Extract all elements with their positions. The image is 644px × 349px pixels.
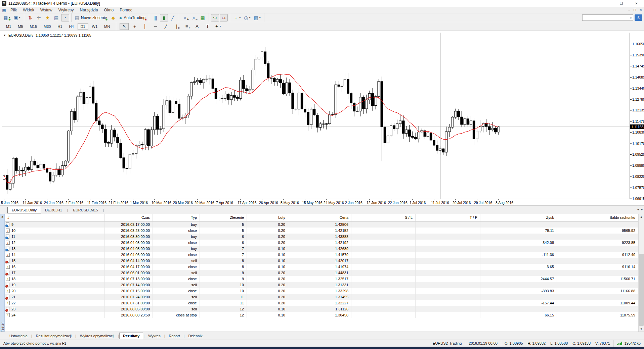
chart-area[interactable]: ▼ EURUSD,Daily 1.10850 1.11217 1.10699 1… [0, 31, 644, 205]
chart-line-button[interactable]: ╱ [169, 14, 177, 21]
tab-rezultaty[interactable]: Rezultaty [119, 333, 143, 339]
table-row[interactable]: 242016.08.08 23:59close at stop120.101.3… [5, 312, 638, 318]
chart-candles-button[interactable]: ▮ [160, 14, 168, 21]
table-row[interactable]: 192016.07.14 00:00sell100.201.31331 [5, 282, 638, 288]
menu-item-widok[interactable]: Widok [20, 7, 37, 13]
cursor-button[interactable]: ↖ [120, 23, 129, 30]
table-row[interactable]: 92016.03.17 00:00buy50.201.42506 [5, 221, 638, 228]
column-header-1[interactable]: Czas [105, 214, 153, 221]
tab-rezultat-optymalizacji[interactable]: Rezultat optymalizacji [33, 333, 75, 339]
vertical-scrollbar[interactable]: ▲ ▼ [638, 214, 644, 332]
close-button[interactable]: ✕ [629, 0, 644, 7]
tester-vertical-label[interactable]: Tester [0, 317, 5, 332]
menu-item-okno[interactable]: Okno [101, 7, 117, 13]
timeframe-M5[interactable]: M5 [15, 23, 26, 30]
navigator-button[interactable]: ★ [44, 14, 52, 21]
strategy-tester-button[interactable]: ◔ [61, 14, 69, 21]
column-header-7[interactable]: T / P [416, 214, 480, 221]
templates-button[interactable]: ▨▾ [252, 14, 262, 21]
menu-item-pomoc[interactable]: Pomoc [117, 7, 135, 13]
price-chart-canvas[interactable]: 1.160501.153901.147451.140851.134401.127… [0, 31, 644, 206]
scroll-up-icon[interactable]: ▲ [639, 214, 644, 219]
column-header-2[interactable]: Typ [153, 214, 200, 221]
menu-item-wykresy[interactable]: Wykresy [55, 7, 77, 13]
indicators-button[interactable]: ＋▾ [232, 14, 242, 21]
horizontal-line-button[interactable]: ─ [151, 23, 160, 30]
new-order-button[interactable]: ▤＋Nowe zlecenie [74, 14, 109, 21]
table-row[interactable]: 232016.08.05 00:00sell120.101.31126 [5, 306, 638, 312]
chart-tab-0[interactable]: EURUSD,Daily [7, 207, 41, 213]
menu-item-wstaw[interactable]: Wstaw [37, 7, 55, 13]
arrows-button[interactable]: ✦▾ [213, 23, 222, 30]
tab-raport[interactable]: Raport [166, 333, 183, 339]
child-restore-button[interactable]: ❐ [633, 8, 636, 12]
help-chat-badge[interactable]: 5 [635, 14, 642, 21]
column-header-4[interactable]: Loty [247, 214, 288, 221]
child-close-button[interactable]: ✕ [639, 8, 642, 12]
table-row[interactable]: 112016.03.30 00:00buy60.201.43888 [5, 234, 638, 240]
scrollbar-thumb[interactable] [639, 254, 644, 326]
market-watch-button[interactable]: ⇅ [26, 14, 34, 21]
timeframe-MN[interactable]: MN [101, 23, 113, 30]
scroll-down-icon[interactable]: ▼ [639, 326, 644, 332]
column-header-8[interactable]: Zysk [480, 214, 557, 221]
auto-scroll-button[interactable]: ↪ [211, 14, 219, 21]
timeframe-H4[interactable]: H4 [66, 23, 77, 30]
tab-scroll-left-icon[interactable]: ◂ [637, 207, 639, 211]
minimize-button[interactable]: – [599, 0, 614, 7]
child-minimize-button[interactable]: – [628, 8, 630, 12]
autotrading-button[interactable]: ●■AutoTrading [118, 14, 147, 21]
search-input[interactable] [582, 14, 633, 21]
table-row[interactable]: 182016.07.13 00:00close90.201.325172444.… [5, 276, 638, 282]
crosshair-button[interactable]: ＋ [130, 23, 139, 30]
tile-windows-button[interactable]: ▦ [199, 14, 207, 21]
table-row[interactable]: 142016.04.06 00:00close70.101.41579-111.… [5, 252, 638, 258]
chart-bars-button[interactable]: ||| [151, 14, 159, 21]
periods-button[interactable]: ◷▾ [243, 14, 252, 21]
chart-tab-2[interactable]: EURUSD.,M15 [69, 207, 102, 213]
table-row[interactable]: 202016.07.15 00:00close100.201.33298-393… [5, 288, 638, 294]
timeframe-M30[interactable]: M30 [41, 23, 54, 30]
column-header-9[interactable]: Saldo rachunku [557, 214, 638, 221]
profiles-button[interactable]: ▣▾ [12, 14, 22, 21]
text-label-button[interactable]: T [203, 23, 212, 30]
data-window-button[interactable]: ✛ [35, 14, 43, 21]
search-icon[interactable]: ⌕ [630, 15, 632, 20]
chart-shift-button[interactable]: ↦ [220, 14, 228, 21]
table-row[interactable]: 152016.04.14 00:00sell80.101.42017 [5, 258, 638, 264]
metaeditor-button[interactable]: ◆ [109, 14, 117, 21]
column-header-3[interactable]: Zlecenie [200, 214, 247, 221]
trendline-button[interactable]: ╱ [161, 23, 170, 30]
tab-dziennik[interactable]: Dziennik [185, 333, 206, 339]
timeframe-H1[interactable]: H1 [54, 23, 65, 30]
tab-scroll-right-icon[interactable]: ▸ [641, 207, 643, 211]
vertical-line-button[interactable]: │ [140, 23, 149, 30]
table-row[interactable]: 222016.07.31 00:00close110.201.32227-157… [5, 300, 638, 306]
tab-wykres[interactable]: Wykres [145, 333, 164, 339]
menu-item-plik[interactable]: Plik [7, 7, 20, 13]
table-row[interactable]: 212016.07.24 00:00sell110.201.31455 [5, 294, 638, 300]
close-panel-icon[interactable]: x [0, 214, 5, 219]
timeframe-W1[interactable]: W1 [89, 23, 101, 30]
price-axis[interactable]: 1.160501.153901.147451.140851.134401.127… [630, 42, 644, 201]
menu-item-narzędzia[interactable]: Narzędzia [77, 7, 101, 13]
column-header-0[interactable]: # [5, 214, 105, 221]
chart-tab-1[interactable]: DE.30.,H1 [41, 207, 66, 213]
terminal-button[interactable]: ▤ [52, 14, 60, 21]
timeframe-M1[interactable]: M1 [3, 23, 14, 30]
date-axis[interactable]: 5 Jan 201614 Jan 201624 Jan 20162 Feb 20… [1, 199, 513, 205]
fibonacci-button[interactable]: ≡F [182, 23, 191, 30]
restore-button[interactable]: ❐ [614, 0, 629, 7]
text-button[interactable]: A [192, 23, 202, 30]
tab-wykres-optymalizacji[interactable]: Wykres optymalizacji [77, 333, 118, 339]
timeframe-D1[interactable]: D1 [78, 23, 88, 30]
timeframe-M15[interactable]: M15 [27, 23, 40, 30]
table-row[interactable]: 102016.03.23 00:00close50.201.42152-75.1… [5, 228, 638, 234]
table-row[interactable]: 162016.04.17 00:00close80.101.419743.659… [5, 264, 638, 270]
equidistant-channel-button[interactable]: ∥E [172, 23, 181, 30]
tab-ustawienia[interactable]: Ustawienia [6, 333, 31, 339]
new-chart-button[interactable]: ▦＋▾ [2, 14, 11, 21]
chart-window-icon[interactable]: ▦ [1, 8, 7, 12]
column-header-6[interactable]: S / L [351, 214, 416, 221]
column-header-5[interactable]: Cena [288, 214, 351, 221]
